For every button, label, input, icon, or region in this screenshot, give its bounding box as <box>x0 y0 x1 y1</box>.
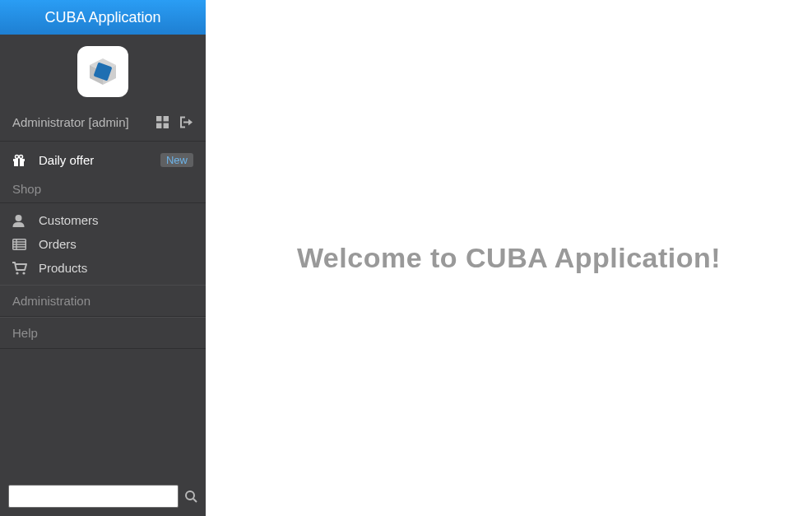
user-icon <box>12 214 30 227</box>
nav-item-customers[interactable]: Customers <box>0 208 206 232</box>
welcome-heading: Welcome to CUBA Application! <box>297 242 721 274</box>
cart-icon <box>12 262 30 275</box>
svg-point-8 <box>16 155 19 158</box>
app-title: CUBA Application <box>44 9 160 26</box>
app-title-bar: CUBA Application <box>0 0 206 35</box>
svg-point-16 <box>16 272 18 274</box>
svg-rect-1 <box>156 116 161 121</box>
list-icon <box>12 239 30 250</box>
main-content: Welcome to CUBA Application! <box>206 0 812 516</box>
svg-rect-3 <box>156 123 161 128</box>
cuba-logo-icon <box>85 53 121 90</box>
logout-icon[interactable] <box>180 116 193 128</box>
search-input[interactable] <box>8 485 179 508</box>
nav-label: Orders <box>39 237 193 251</box>
nav-item-orders[interactable]: Orders <box>0 232 206 256</box>
section-header-administration[interactable]: Administration <box>0 285 206 317</box>
svg-rect-2 <box>164 116 169 121</box>
nav-label: Customers <box>39 213 193 227</box>
svg-point-10 <box>16 215 22 221</box>
gift-icon <box>12 154 30 167</box>
shop-section: Customers Orders Products <box>0 203 206 285</box>
section-header-shop[interactable]: Shop <box>0 174 206 203</box>
logo-area <box>0 35 206 105</box>
user-display: Administrator [admin] <box>12 115 129 129</box>
svg-line-19 <box>193 499 197 502</box>
dashboard-icon[interactable] <box>156 116 169 128</box>
svg-point-9 <box>20 155 23 158</box>
nav-label: Daily offer <box>39 153 160 167</box>
nav-item-products[interactable]: Products <box>0 256 206 280</box>
new-badge: New <box>160 153 193 167</box>
svg-rect-4 <box>164 123 169 128</box>
nav-item-daily-offer[interactable]: Daily offer New <box>0 142 206 174</box>
user-row: Administrator [admin] <box>0 105 206 142</box>
app-logo <box>77 46 128 97</box>
nav-label: Products <box>39 261 193 275</box>
svg-rect-7 <box>18 159 20 166</box>
svg-point-18 <box>186 491 194 500</box>
search-icon[interactable] <box>185 490 197 503</box>
sidebar: CUBA Application Administrator [admin] D… <box>0 0 206 516</box>
sidebar-footer <box>0 476 206 516</box>
svg-point-17 <box>22 272 25 274</box>
section-header-help[interactable]: Help <box>0 317 206 349</box>
